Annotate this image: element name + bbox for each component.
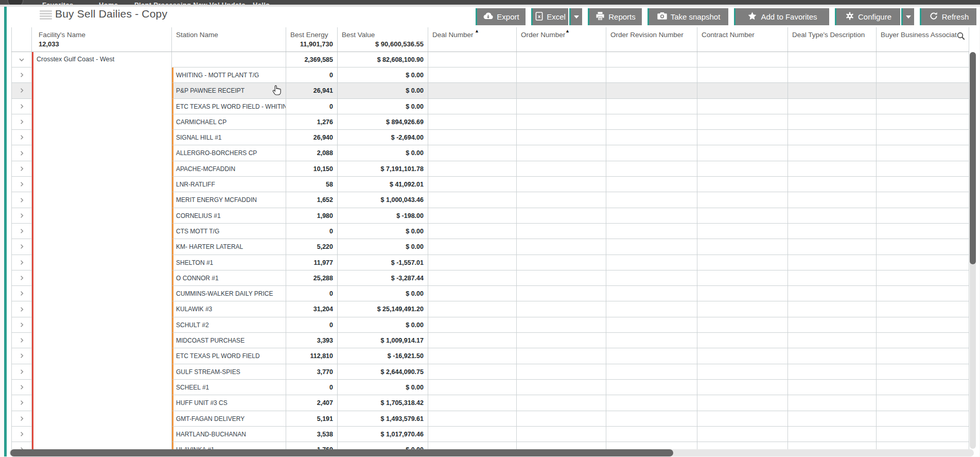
- header-deal-type-description[interactable]: Deal Type's Description: [788, 27, 877, 52]
- deal-type-cell[interactable]: [788, 255, 877, 270]
- buyer-cell[interactable]: [877, 411, 969, 427]
- order-revision-cell[interactable]: [606, 208, 697, 224]
- order-number-cell[interactable]: [517, 286, 606, 301]
- deal-number-cell[interactable]: [428, 114, 517, 130]
- order-revision-cell[interactable]: [606, 348, 697, 364]
- excel-dropdown-button[interactable]: [569, 8, 582, 25]
- order-revision-cell[interactable]: [606, 395, 697, 411]
- row-expander[interactable]: [11, 114, 32, 130]
- best-energy-cell[interactable]: 1,276: [286, 114, 338, 130]
- deal-type-cell[interactable]: [788, 427, 877, 442]
- contract-number-cell[interactable]: [697, 177, 788, 192]
- contract-number-cell[interactable]: [697, 130, 788, 145]
- order-revision-cell[interactable]: [606, 145, 697, 161]
- row-expander[interactable]: [11, 270, 32, 286]
- station-name-cell[interactable]: ETC TEXAS PL WORD FIELD: [172, 348, 286, 364]
- buyer-cell[interactable]: [877, 192, 969, 208]
- configure-button[interactable]: Configure: [835, 8, 900, 25]
- contract-number-cell[interactable]: [697, 442, 788, 450]
- buyer-cell[interactable]: [877, 161, 969, 177]
- menu-item-hello[interactable]: Hello: [253, 1, 270, 5]
- station-name-cell[interactable]: LNR-RATLIFF: [172, 177, 286, 192]
- deal-number-cell[interactable]: [428, 427, 517, 442]
- contract-number-cell[interactable]: [697, 52, 788, 67]
- row-expander[interactable]: [11, 67, 32, 83]
- order-number-cell[interactable]: [517, 442, 606, 450]
- row-expander[interactable]: [11, 411, 32, 427]
- vertical-scrollbar-track[interactable]: [970, 52, 976, 449]
- order-number-cell[interactable]: [517, 177, 606, 192]
- group-expander[interactable]: [11, 52, 32, 67]
- best-energy-cell[interactable]: 5,191: [286, 411, 338, 427]
- station-name-cell[interactable]: SIGNAL HILL #1: [172, 130, 286, 145]
- best-value-cell[interactable]: $ 0.00: [338, 442, 428, 450]
- order-number-cell[interactable]: [517, 161, 606, 177]
- order-revision-cell[interactable]: [606, 52, 697, 67]
- station-name-cell[interactable]: P&P PAWNEE RECEIPT: [172, 83, 286, 98]
- row-expander[interactable]: [11, 301, 32, 317]
- contract-number-cell[interactable]: [697, 114, 788, 130]
- contract-number-cell[interactable]: [697, 364, 788, 380]
- best-value-cell[interactable]: $ 0.00: [338, 145, 428, 161]
- deal-number-cell[interactable]: [428, 333, 517, 348]
- station-name-cell[interactable]: SCHEEL #1: [172, 380, 286, 395]
- deal-type-cell[interactable]: [788, 364, 877, 380]
- best-value-cell[interactable]: $ -2,694.00: [338, 130, 428, 145]
- order-revision-cell[interactable]: [606, 99, 697, 114]
- header-facility-name[interactable]: Facility's Name 12,033: [32, 27, 172, 52]
- best-energy-cell[interactable]: 0: [286, 99, 338, 114]
- deal-number-cell[interactable]: [428, 270, 517, 286]
- order-revision-cell[interactable]: [606, 177, 697, 192]
- deal-number-cell[interactable]: [428, 177, 517, 192]
- contract-number-cell[interactable]: [697, 301, 788, 317]
- order-number-cell[interactable]: [517, 145, 606, 161]
- row-expander[interactable]: [11, 130, 32, 145]
- best-energy-cell[interactable]: 10,150: [286, 161, 338, 177]
- station-name-cell[interactable]: SCHULT #2: [172, 317, 286, 333]
- station-name-cell[interactable]: O CONNOR #1: [172, 270, 286, 286]
- horizontal-scrollbar-track[interactable]: [9, 449, 974, 456]
- best-value-cell[interactable]: $ 0.00: [338, 286, 428, 301]
- contract-number-cell[interactable]: [697, 208, 788, 224]
- deal-number-cell[interactable]: [428, 208, 517, 224]
- best-value-cell[interactable]: $ 82,608,100.90: [338, 52, 428, 67]
- deal-number-cell[interactable]: [428, 67, 517, 83]
- deal-type-cell[interactable]: [788, 67, 877, 83]
- contract-number-cell[interactable]: [697, 317, 788, 333]
- header-best-energy[interactable]: Best Energy 11,901,730: [286, 27, 338, 52]
- station-name-cell[interactable]: CTS MOTT T/G: [172, 224, 286, 239]
- buyer-cell[interactable]: [877, 364, 969, 380]
- deal-type-cell[interactable]: [788, 114, 877, 130]
- deal-number-cell[interactable]: [428, 317, 517, 333]
- row-expander[interactable]: [11, 239, 32, 255]
- row-expander[interactable]: [11, 83, 32, 98]
- deal-type-cell[interactable]: [788, 99, 877, 114]
- order-number-cell[interactable]: [517, 317, 606, 333]
- row-expander[interactable]: [11, 161, 32, 177]
- deal-number-cell[interactable]: [428, 224, 517, 239]
- row-expander[interactable]: [11, 317, 32, 333]
- order-revision-cell[interactable]: [606, 333, 697, 348]
- buyer-cell[interactable]: [877, 395, 969, 411]
- order-number-cell[interactable]: [517, 301, 606, 317]
- best-energy-cell[interactable]: 26,941: [286, 83, 338, 98]
- deal-type-cell[interactable]: [788, 317, 877, 333]
- order-revision-cell[interactable]: [606, 130, 697, 145]
- deal-type-cell[interactable]: [788, 224, 877, 239]
- search-icon[interactable]: [956, 31, 966, 42]
- deal-number-cell[interactable]: [428, 255, 517, 270]
- buyer-cell[interactable]: [877, 380, 969, 395]
- buyer-cell[interactable]: [877, 83, 969, 98]
- deal-number-cell[interactable]: [428, 99, 517, 114]
- best-value-cell[interactable]: $ -16,921.50: [338, 348, 428, 364]
- best-value-cell[interactable]: $ 41,092.01: [338, 177, 428, 192]
- buyer-cell[interactable]: [877, 208, 969, 224]
- contract-number-cell[interactable]: [697, 239, 788, 255]
- buyer-cell[interactable]: [877, 348, 969, 364]
- buyer-cell[interactable]: [877, 270, 969, 286]
- contract-number-cell[interactable]: [697, 83, 788, 98]
- row-expander[interactable]: [11, 224, 32, 239]
- contract-number-cell[interactable]: [697, 286, 788, 301]
- best-energy-cell[interactable]: 11,977: [286, 255, 338, 270]
- best-value-cell[interactable]: $ 7,191,101.78: [338, 161, 428, 177]
